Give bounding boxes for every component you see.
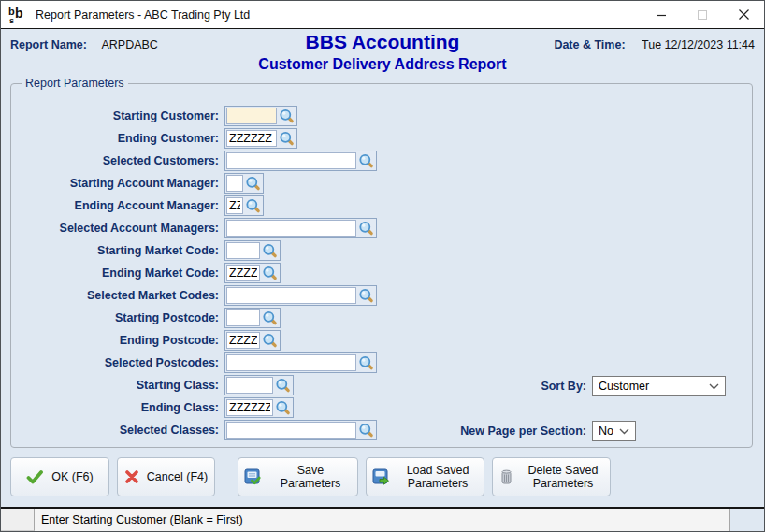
lookup-selected-customers	[224, 151, 377, 171]
label-starting-class: Starting Class:	[11, 379, 224, 392]
input-selected-classes[interactable]	[226, 422, 356, 439]
svg-text:b: b	[15, 6, 23, 21]
new-page-label: New Page per Section:	[460, 424, 586, 438]
status-message: Enter Starting Customer (Blank = First)	[35, 509, 730, 531]
lookup-selected-classes	[224, 420, 377, 440]
label-starting-account-manager: Starting Account Manager:	[11, 177, 224, 190]
input-starting-market-code[interactable]	[226, 242, 260, 259]
parameter-row: Selected Classes:	[11, 419, 752, 441]
parameter-row: Starting Market Code:	[11, 239, 752, 262]
magnifier-icon[interactable]	[260, 332, 279, 349]
label-selected-classes: Selected Classes:	[11, 424, 224, 437]
label-selected-customers: Selected Customers:	[11, 154, 224, 167]
magnifier-icon[interactable]	[260, 242, 279, 259]
delete-icon	[498, 468, 514, 486]
input-selected-customers[interactable]	[226, 152, 356, 169]
lookup-starting-postcode	[224, 308, 281, 328]
parameter-row: Selected Postcodes:	[11, 352, 752, 374]
window-title: Report Parameters - ABC Trading Pty Ltd	[36, 8, 250, 22]
parameter-row: Ending Customer:	[11, 127, 752, 150]
bbs-logo-icon: b b s	[7, 4, 28, 26]
label-starting-postcode: Starting Postcode:	[11, 311, 224, 324]
magnifier-icon[interactable]	[277, 130, 296, 147]
cancel-button[interactable]: Cancel (F4)	[117, 457, 215, 496]
lookup-selected-market-codes	[224, 285, 377, 306]
datetime-label: Date & Time:	[554, 38, 625, 51]
sort-by-row: Sort By: Customer	[541, 376, 726, 396]
parameter-row: Starting Account Manager:	[11, 172, 752, 194]
header: Report Name: ARPDABC BBS Accounting Cust…	[1, 30, 764, 83]
label-selected-market-codes: Selected Market Codes:	[11, 289, 224, 302]
lookup-starting-market-code	[224, 240, 281, 261]
input-ending-postcode[interactable]	[226, 332, 260, 349]
label-ending-postcode: Ending Postcode:	[11, 334, 224, 347]
load-saved-parameters-button[interactable]: Load Saved Parameters	[366, 457, 484, 496]
page-title: Customer Delivery Address Report	[1, 56, 764, 73]
save-parameters-button[interactable]: Save Parameters	[238, 457, 358, 496]
lookup-starting-class	[224, 375, 294, 395]
lookup-ending-customer	[224, 128, 297, 149]
maximize-icon	[698, 10, 707, 20]
parameter-row: Selected Market Codes:	[11, 284, 752, 307]
new-page-dropdown[interactable]: No	[592, 421, 636, 441]
label-ending-class: Ending Class:	[11, 401, 224, 414]
maximize-button	[682, 1, 723, 28]
parameter-row: Starting Customer:	[11, 105, 752, 127]
magnifier-icon[interactable]	[356, 354, 375, 371]
new-page-row: New Page per Section: No	[460, 421, 636, 441]
close-button[interactable]	[723, 1, 764, 28]
label-selected-account-managers: Selected Account Managers:	[11, 222, 224, 235]
lookup-ending-postcode	[224, 330, 281, 351]
lookup-ending-market-code	[224, 263, 281, 283]
label-selected-postcodes: Selected Postcodes:	[11, 356, 224, 369]
parameter-row: Selected Account Managers:	[11, 217, 752, 239]
input-selected-account-managers[interactable]	[226, 220, 356, 237]
ok-button[interactable]: OK (F6)	[10, 457, 109, 496]
input-ending-customer[interactable]	[226, 130, 277, 147]
lookup-selected-postcodes	[224, 352, 377, 373]
input-starting-postcode[interactable]	[226, 309, 260, 326]
magnifier-icon[interactable]	[243, 175, 262, 192]
magnifier-icon[interactable]	[356, 287, 375, 304]
title-bar: b b s Report Parameters - ABC Trading Pt…	[1, 1, 764, 29]
input-ending-account-manager[interactable]	[226, 197, 243, 214]
sort-by-dropdown[interactable]: Customer	[592, 376, 726, 396]
input-ending-market-code[interactable]	[226, 265, 260, 281]
status-grip	[1, 509, 35, 531]
minimize-button[interactable]	[641, 1, 682, 28]
magnifier-icon[interactable]	[356, 220, 375, 237]
report-parameters-window: b b s Report Parameters - ABC Trading Pt…	[0, 0, 765, 532]
input-starting-account-manager[interactable]	[226, 175, 243, 192]
parameter-row: Selected Customers:	[11, 150, 752, 172]
label-ending-market-code: Ending Market Code:	[11, 266, 224, 280]
action-buttons: OK (F6) Cancel (F4) Save Parameters Load…	[10, 457, 611, 496]
check-icon	[26, 469, 44, 485]
lookup-selected-account-managers	[224, 218, 377, 238]
magnifier-icon[interactable]	[260, 265, 279, 281]
status-bar: Enter Starting Customer (Blank = First)	[1, 507, 764, 531]
magnifier-icon[interactable]	[356, 152, 375, 169]
input-selected-market-codes[interactable]	[226, 287, 356, 304]
magnifier-icon[interactable]	[277, 108, 296, 124]
input-starting-customer[interactable]	[226, 108, 277, 124]
svg-text:s: s	[9, 16, 14, 25]
input-starting-class[interactable]	[226, 377, 273, 394]
magnifier-icon[interactable]	[273, 399, 292, 416]
report-parameters-group: Report Parameters Starting Customer: End…	[10, 83, 753, 448]
magnifier-icon[interactable]	[356, 422, 375, 439]
input-selected-postcodes[interactable]	[226, 354, 356, 371]
chevron-down-icon	[709, 383, 719, 390]
datetime: Date & Time: Tue 12/12/2023 11:44	[554, 38, 755, 51]
delete-saved-parameters-button[interactable]: Delete Saved Parameters	[492, 457, 611, 496]
cross-icon	[124, 469, 139, 484]
window-controls	[641, 1, 764, 28]
load-icon	[372, 468, 390, 486]
magnifier-icon[interactable]	[243, 197, 262, 214]
input-ending-class[interactable]	[226, 399, 273, 416]
lookup-starting-customer	[224, 106, 297, 126]
magnifier-icon[interactable]	[273, 377, 292, 394]
magnifier-icon[interactable]	[260, 309, 279, 326]
parameter-row: Ending Class:	[11, 396, 752, 419]
group-legend: Report Parameters	[22, 77, 128, 90]
parameter-row: Ending Market Code:	[11, 262, 752, 284]
